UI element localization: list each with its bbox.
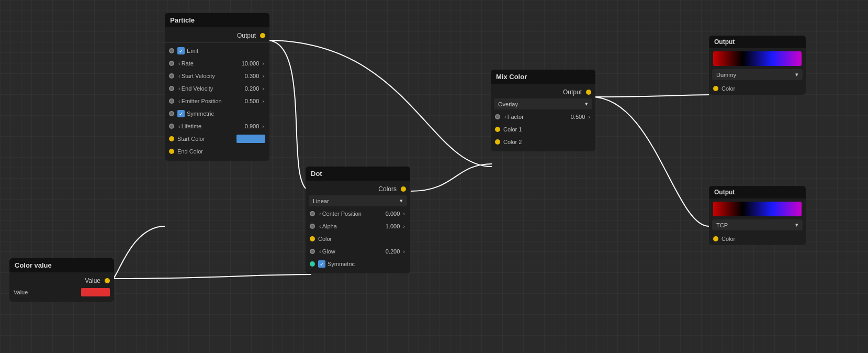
particle-lifetime-left-arrow[interactable]: ‹ xyxy=(177,123,182,129)
particle-symmetric-socket xyxy=(169,111,174,116)
dot-center-pos-right-arrow[interactable]: › xyxy=(402,211,406,217)
dot-linear-dropdown[interactable]: Linear ▾ xyxy=(309,195,407,206)
colorvalue-value-out-label: Value xyxy=(85,277,100,284)
particle-end-vel-value: 0.200 xyxy=(245,85,260,92)
particle-rate-row: ‹ Rate 10.000 › xyxy=(165,57,269,70)
dot-alpha-left-arrow[interactable]: ‹ xyxy=(318,223,322,229)
dot-node-header: Dot xyxy=(306,167,410,181)
output2-gradient xyxy=(713,202,802,216)
particle-emit-checkbox[interactable]: ✓ xyxy=(177,47,185,54)
dot-color-label: Color xyxy=(318,236,406,242)
particle-start-vel-row: ‹ Start Velocity 0.300 › xyxy=(165,70,269,82)
particle-emitter-pos-socket xyxy=(169,98,174,104)
dot-color-row: Color xyxy=(306,233,410,245)
particle-start-vel-right-arrow[interactable]: › xyxy=(261,73,265,79)
mixcolor-color2-label: Color 2 xyxy=(503,139,591,145)
particle-lifetime-right-arrow[interactable]: › xyxy=(261,123,265,129)
mixcolor-factor-right-arrow[interactable]: › xyxy=(587,114,591,120)
particle-start-vel-label: Start Velocity xyxy=(182,73,243,79)
output1-header: Output xyxy=(709,36,806,48)
dot-glow-left-arrow[interactable]: ‹ xyxy=(318,248,322,255)
dot-alpha-label: Alpha xyxy=(322,223,384,229)
dot-symmetric-checkbox[interactable]: ✓ xyxy=(318,260,325,268)
output1-title: Output xyxy=(714,38,735,46)
dot-center-pos-label: Center Position xyxy=(322,211,384,217)
particle-lifetime-socket xyxy=(169,124,174,129)
dot-glow-row: ‹ Glow 0.200 › xyxy=(306,245,410,258)
output1-color-socket xyxy=(713,86,718,91)
colorvalue-title: Color value xyxy=(15,261,52,269)
particle-output-label: Output xyxy=(237,32,256,39)
mixcolor-output-row: Output xyxy=(491,87,595,97)
mixcolor-color2-row: Color 2 xyxy=(491,136,595,148)
particle-title: Particle xyxy=(170,16,195,24)
dot-colors-out-socket xyxy=(401,186,406,192)
dot-glow-label: Glow xyxy=(322,248,384,255)
mixcolor-factor-value: 0.500 xyxy=(571,114,585,120)
output1-color-label: Color xyxy=(722,85,802,92)
colorvalue-value-label: Value xyxy=(14,289,81,295)
dot-center-pos-value: 0.000 xyxy=(386,211,400,217)
dot-alpha-right-arrow[interactable]: › xyxy=(402,223,406,229)
mixcolor-output-socket xyxy=(586,90,591,95)
mixcolor-factor-left-arrow[interactable]: ‹ xyxy=(503,114,508,120)
dot-center-pos-row: ‹ Center Position 0.000 › xyxy=(306,207,410,220)
particle-emitter-pos-left-arrow[interactable]: ‹ xyxy=(177,98,182,104)
mixcolor-factor-label: Factor xyxy=(508,114,569,120)
mixcolor-node-header: Mix Color xyxy=(491,70,595,84)
output1-gradient xyxy=(713,51,802,66)
particle-start-vel-socket xyxy=(169,73,174,79)
particle-end-color-row: End Color xyxy=(165,145,269,158)
particle-output-socket xyxy=(260,33,265,38)
particle-emitter-pos-row: ‹ Emitter Position 0.500 › xyxy=(165,95,269,107)
dot-center-pos-left-arrow[interactable]: ‹ xyxy=(318,211,322,217)
particle-rate-socket xyxy=(169,61,174,66)
dot-colors-out-label: Colors xyxy=(378,185,397,193)
particle-emit-row: ✓ Emit xyxy=(165,45,269,57)
dot-color-socket xyxy=(310,236,315,241)
particle-end-vel-right-arrow[interactable]: › xyxy=(261,85,265,92)
dot-title: Dot xyxy=(311,170,322,178)
output1-dropdown[interactable]: Dummy ▾ xyxy=(712,69,803,80)
output1-color-row: Color xyxy=(709,82,806,95)
particle-start-color-row: Start Color xyxy=(165,133,269,145)
particle-symmetric-label: Symmetric xyxy=(187,111,265,117)
output2-title: Output xyxy=(714,189,735,196)
dot-colors-out-row: Colors xyxy=(306,184,410,194)
dot-alpha-socket xyxy=(310,224,315,229)
particle-rate-left-arrow[interactable]: ‹ xyxy=(177,60,182,67)
colorvalue-value-out-row: Value xyxy=(9,275,114,286)
particle-node: Particle Output ✓ Emit ‹ Rate 10.000 › ‹… xyxy=(165,13,269,161)
output1-node: Output Dummy ▾ Color xyxy=(709,36,806,95)
particle-symmetric-row: ✓ Symmetric xyxy=(165,107,269,120)
particle-emitter-pos-label: Emitter Position xyxy=(182,98,243,104)
mixcolor-color1-row: Color 1 xyxy=(491,123,595,136)
mixcolor-overlay-dropdown[interactable]: Overlay ▾ xyxy=(494,98,592,109)
particle-output-row: Output xyxy=(165,30,269,41)
mixcolor-title: Mix Color xyxy=(496,73,527,81)
mixcolor-color1-label: Color 1 xyxy=(503,126,591,133)
output2-dropdown-arrow: ▾ xyxy=(795,222,798,228)
particle-emitter-pos-value: 0.500 xyxy=(245,98,260,104)
dot-symmetric-row: ✓ Symmetric xyxy=(306,258,410,270)
dot-symmetric-label: Symmetric xyxy=(328,261,406,267)
particle-start-vel-left-arrow[interactable]: ‹ xyxy=(177,73,182,79)
particle-end-vel-label: End Velocity xyxy=(182,85,243,92)
particle-emitter-pos-right-arrow[interactable]: › xyxy=(261,98,265,104)
output1-dropdown-arrow: ▾ xyxy=(795,71,798,78)
particle-end-vel-left-arrow[interactable]: ‹ xyxy=(177,85,182,92)
mixcolor-dropdown-label: Overlay xyxy=(498,101,518,107)
particle-start-color-swatch[interactable] xyxy=(236,135,265,143)
dot-dropdown-label: Linear xyxy=(313,198,329,204)
output2-dropdown[interactable]: TCP ▾ xyxy=(712,219,803,230)
particle-end-vel-row: ‹ End Velocity 0.200 › xyxy=(165,82,269,95)
dot-glow-right-arrow[interactable]: › xyxy=(402,248,406,255)
particle-node-header: Particle xyxy=(165,13,269,27)
particle-end-vel-socket xyxy=(169,86,174,91)
particle-rate-right-arrow[interactable]: › xyxy=(261,60,265,67)
particle-symmetric-checkbox[interactable]: ✓ xyxy=(177,110,185,117)
mixcolor-factor-socket xyxy=(495,114,500,119)
mixcolor-node: Mix Color Output Overlay ▾ ‹ Factor 0.50… xyxy=(491,70,595,151)
colorvalue-value-swatch[interactable] xyxy=(81,288,110,296)
output1-dropdown-label: Dummy xyxy=(716,72,736,78)
